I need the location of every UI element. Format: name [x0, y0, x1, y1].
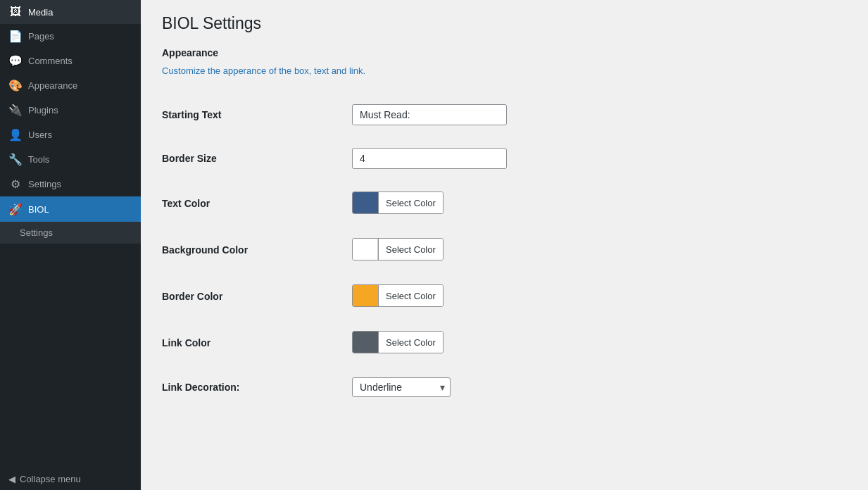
link-decoration-wrapper: Underline None Overline Line-through [352, 377, 451, 397]
sidebar-item-users[interactable]: 👤 Users [0, 122, 141, 147]
collapse-menu-button[interactable]: ◀ Collapse menu [0, 468, 141, 490]
section-desc: Customize the apperance of the box, text… [162, 65, 847, 76]
sidebar-item-biol[interactable]: 🚀 BIOL [0, 196, 141, 222]
link-color-swatch [353, 332, 378, 353]
media-icon: 🖼 [8, 6, 23, 18]
page-title: BIOL Settings [162, 14, 847, 33]
sidebar-label-users: Users [28, 130, 52, 140]
sidebar-item-media[interactable]: 🖼 Media [0, 0, 141, 24]
sidebar-item-comments[interactable]: 💬 Comments [0, 49, 141, 73]
starting-text-row: Starting Text [162, 93, 847, 137]
link-color-btn-label: Select Color [378, 332, 443, 353]
collapse-icon: ◀ [8, 474, 15, 484]
sidebar-label-comments: Comments [28, 56, 73, 66]
border-color-row: Border Color Select Color [162, 273, 847, 320]
sidebar-label-appearance: Appearance [28, 80, 77, 91]
border-size-control [352, 148, 847, 169]
sidebar-label-pages: Pages [28, 31, 54, 42]
section-title: Appearance [162, 47, 847, 58]
sidebar: 🖼 Media 📄 Pages 💬 Comments 🎨 Appearance … [0, 0, 141, 490]
settings-icon: ⚙ [8, 177, 23, 191]
link-decoration-control: Underline None Overline Line-through [352, 377, 847, 397]
link-decoration-select[interactable]: Underline None Overline Line-through [352, 377, 451, 397]
collapse-label: Collapse menu [20, 474, 81, 484]
sidebar-item-pages[interactable]: 📄 Pages [0, 24, 141, 49]
border-size-label: Border Size [162, 153, 352, 164]
sidebar-label-settings: Settings [28, 179, 61, 189]
biol-icon: 🚀 [8, 202, 23, 216]
link-decoration-row: Link Decoration: Underline None Overline… [162, 366, 847, 408]
background-color-btn-label: Select Color [378, 239, 443, 260]
plugins-icon: 🔌 [8, 103, 23, 117]
link-color-label: Link Color [162, 337, 352, 348]
tools-icon: 🔧 [8, 153, 23, 166]
sidebar-item-appearance[interactable]: 🎨 Appearance [0, 73, 141, 98]
sidebar-item-tools[interactable]: 🔧 Tools [0, 147, 141, 172]
sidebar-label-media: Media [28, 7, 53, 18]
comments-icon: 💬 [8, 54, 23, 68]
background-color-control: Select Color [352, 238, 847, 262]
starting-text-input[interactable] [352, 104, 507, 125]
border-size-row: Border Size [162, 137, 847, 180]
sidebar-label-tools: Tools [28, 154, 49, 165]
link-decoration-label: Link Decoration: [162, 382, 352, 393]
starting-text-label: Starting Text [162, 109, 352, 120]
link-color-control: Select Color [352, 331, 847, 355]
text-color-row: Text Color Select Color [162, 180, 847, 227]
main-content: BIOL Settings Appearance Customize the a… [141, 0, 868, 490]
border-color-btn-label: Select Color [378, 285, 443, 306]
border-size-input[interactable] [352, 148, 507, 169]
background-color-button[interactable]: Select Color [352, 238, 444, 260]
border-color-swatch [353, 285, 378, 306]
sidebar-item-biol-settings[interactable]: Settings [0, 222, 141, 244]
background-color-label: Background Color [162, 244, 352, 256]
text-color-swatch [353, 192, 378, 213]
sidebar-label-plugins: Plugins [28, 105, 58, 115]
background-color-swatch [353, 239, 378, 260]
border-color-button[interactable]: Select Color [352, 284, 444, 307]
background-color-row: Background Color Select Color [162, 227, 847, 273]
sidebar-label-biol: BIOL [28, 204, 49, 215]
appearance-icon: 🎨 [8, 79, 23, 92]
border-color-control: Select Color [352, 284, 847, 308]
pages-icon: 📄 [8, 30, 23, 43]
users-icon: 👤 [8, 128, 23, 142]
sidebar-item-plugins[interactable]: 🔌 Plugins [0, 98, 141, 122]
sidebar-item-settings[interactable]: ⚙ Settings [0, 172, 141, 196]
border-color-label: Border Color [162, 291, 352, 302]
starting-text-control [352, 104, 847, 125]
text-color-label: Text Color [162, 198, 352, 209]
sidebar-submenu-biol: Settings [0, 222, 141, 244]
text-color-btn-label: Select Color [378, 192, 443, 213]
sidebar-label-biol-settings: Settings [20, 227, 53, 238]
link-color-row: Link Color Select Color [162, 320, 847, 366]
text-color-control: Select Color [352, 191, 847, 215]
link-color-button[interactable]: Select Color [352, 331, 444, 353]
text-color-button[interactable]: Select Color [352, 191, 444, 214]
